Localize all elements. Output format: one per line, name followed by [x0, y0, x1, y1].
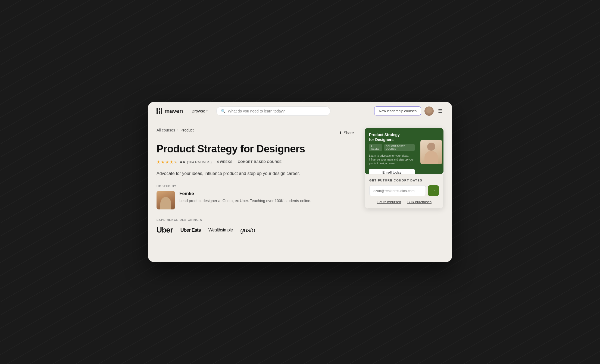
host-bio: Lead product designer at Gusto, ex Uber.… [179, 198, 311, 204]
star-rating: ★ ★ ★ ★ ★★ [157, 159, 178, 165]
bulk-purchases-link[interactable]: Bulk purchases [407, 200, 432, 204]
get-reimbursed-link[interactable]: Get reimbursed [377, 200, 401, 204]
host-video-preview [420, 140, 442, 164]
right-panel: Product Strategyfor Designers 4 WEEKS CO… [365, 128, 443, 234]
email-input-row [369, 185, 439, 196]
logo-icon [157, 108, 162, 114]
video-description: Learn to advocate for your ideas, influe… [369, 154, 415, 165]
breadcrumb-current: Product [180, 128, 193, 132]
email-input[interactable] [369, 185, 426, 196]
host-avatar [157, 191, 175, 209]
hosted-by-label: HOSTED BY [157, 184, 354, 188]
uber-eats-logo: Uber Eats [180, 227, 201, 233]
video-card-wrapper: Product Strategyfor Designers 4 WEEKS CO… [365, 128, 443, 209]
course-title: Product Strategy for Designers [157, 143, 354, 155]
logo[interactable]: maven [157, 108, 183, 115]
share-icon: ⬆ [339, 131, 342, 135]
cohort-label: GET FUTURE COHORT DATES [369, 179, 439, 182]
course-type: COHORT-BASED COURSE [238, 160, 282, 164]
video-meta-duration: 4 WEEKS [369, 144, 382, 151]
course-meta: ★ ★ ★ ★ ★★ 4.4 (104 RATINGS) · 4 WEEKS ·… [157, 159, 354, 165]
half-star: ★★ [174, 159, 178, 165]
menu-icon[interactable]: ☰ [437, 107, 443, 115]
logo-text: maven [164, 108, 183, 115]
left-panel: All courses › Product ⬆ Share Product St… [157, 128, 354, 234]
search-icon: 🔍 [221, 109, 226, 113]
submit-button[interactable] [428, 185, 439, 196]
course-duration: 4 WEEKS [217, 160, 233, 164]
browser-window: maven Browse ▾ 🔍 New leadership courses … [148, 102, 452, 262]
search-bar: 🔍 [216, 106, 330, 116]
video-meta-type: COHORT-BASED COURSE [384, 144, 415, 151]
cohort-links: Get reimbursed | Bulk purchases [369, 200, 439, 204]
share-button[interactable]: ⬆ Share [339, 131, 354, 135]
navbar-right: New leadership courses ☰ [374, 106, 443, 116]
breadcrumb: All courses › Product [157, 128, 194, 132]
avatar[interactable] [424, 106, 434, 116]
navbar: maven Browse ▾ 🔍 New leadership courses … [148, 102, 452, 120]
video-card: Product Strategyfor Designers 4 WEEKS CO… [365, 128, 443, 174]
search-input[interactable] [228, 109, 326, 113]
video-title: Product Strategyfor Designers [369, 132, 415, 142]
breadcrumb-all-courses[interactable]: All courses [157, 128, 175, 132]
share-label: Share [344, 131, 354, 135]
course-description: Advocate for your ideas, influence produ… [157, 170, 354, 177]
video-meta: 4 WEEKS COHORT-BASED COURSE [369, 144, 415, 151]
enroll-button[interactable]: Enroll today [369, 169, 415, 174]
host-info: Femke Lead product designer at Gusto, ex… [179, 191, 311, 204]
browse-button[interactable]: Browse ▾ [189, 107, 210, 115]
rating-count: (104 RATINGS) [187, 160, 212, 164]
cohort-form: GET FUTURE COHORT DATES Get reimbursed |… [365, 174, 443, 209]
gusto-logo: gusto [240, 226, 255, 234]
host-card: Femke Lead product designer at Gusto, ex… [157, 191, 354, 209]
video-thumbnail: Product Strategyfor Designers 4 WEEKS CO… [365, 128, 443, 174]
company-logos: Uber Uber Eats Wealthsimple gusto [157, 226, 354, 234]
breadcrumb-row: All courses › Product ⬆ Share [157, 128, 354, 138]
page-content: All courses › Product ⬆ Share Product St… [148, 120, 452, 242]
experience-label: EXPERIENCE DESIGNING AT [157, 218, 354, 221]
wealthsimple-logo: Wealthsimple [208, 228, 233, 233]
host-name: Femke [179, 191, 311, 196]
new-leadership-courses-button[interactable]: New leadership courses [374, 106, 421, 115]
rating-number: 4.4 [180, 160, 185, 164]
avatar-image [424, 106, 434, 116]
chevron-down-icon: ▾ [206, 109, 208, 112]
breadcrumb-separator: › [177, 128, 178, 132]
uber-logo: Uber [157, 226, 173, 234]
